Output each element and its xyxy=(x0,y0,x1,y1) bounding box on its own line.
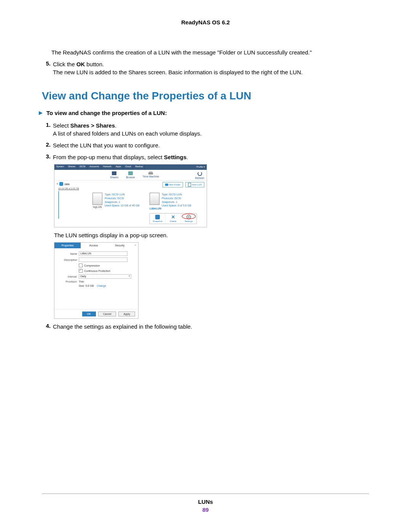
text: Click the xyxy=(53,61,76,67)
tab-shares[interactable]: Shares xyxy=(66,165,78,170)
page-header: ReadyNAS OS 6.2 xyxy=(42,19,369,26)
volume-label[interactable]: ▾ data xyxy=(57,182,70,186)
meta-line: Snapshots: 1 xyxy=(162,200,191,204)
row-size: Size: 5.0 GB Change xyxy=(58,284,134,287)
chevron-down-icon: ▾ xyxy=(57,182,58,185)
paragraph-confirm: The ReadyNAS confirms the creation of a … xyxy=(51,48,369,56)
lun-icon xyxy=(92,193,102,205)
step-body: Change the settings as explained in the … xyxy=(53,323,369,331)
step-body: Select Shares > Shares. A list of shared… xyxy=(53,121,369,137)
new-folder-button[interactable]: New Folder xyxy=(162,182,183,187)
delete-icon: ✕ xyxy=(171,215,175,219)
checkbox-continuous[interactable]: Continuous Protection xyxy=(79,269,134,273)
svg-marker-0 xyxy=(39,111,43,115)
tab-network[interactable]: Network xyxy=(101,165,114,170)
refresh-icon xyxy=(198,171,202,176)
size-change-link[interactable]: Change xyxy=(97,284,106,287)
label: Continuous Protection xyxy=(84,270,110,272)
step-4: 4. Change the settings as explained in t… xyxy=(40,323,369,331)
lun-biglun[interactable]: bigLUN Type: iSCSI LUN Protocols: iSCSI … xyxy=(92,193,139,208)
tab-security[interactable]: Security xyxy=(107,243,133,248)
nav-tabs: System Shares iSCSI Accounts Network App… xyxy=(54,165,207,170)
toolbar-shares[interactable]: Shares xyxy=(110,171,118,179)
checkbox-compression[interactable]: Compression xyxy=(79,264,134,267)
popup-settings[interactable]: Settings xyxy=(181,214,196,224)
new-lun-button[interactable]: New LUN xyxy=(185,182,204,187)
tab-properties[interactable]: Properties xyxy=(54,243,81,248)
meta-line: Used Space: 10 GB of 40 GB xyxy=(105,204,139,208)
volume-capacity: 10.19 GB of 2.01 TB xyxy=(58,187,79,190)
label: Compression xyxy=(84,264,100,267)
document-page: ReadyNAS OS 6.2 The ReadyNAS confirms th… xyxy=(0,0,411,532)
step-number: 2. xyxy=(40,141,53,148)
tab-cloud[interactable]: Cloud xyxy=(123,165,134,170)
lun-meta: Type: iSCSI LUN Protocols: iSCSI Snapsho… xyxy=(105,193,139,208)
step-body: From the pop-up menu that displays, sele… xyxy=(53,153,369,161)
text: . xyxy=(186,154,188,160)
volume-bar xyxy=(58,191,59,219)
text: Select xyxy=(53,122,70,129)
label-provision: Provision: xyxy=(58,280,79,283)
tab-accounts[interactable]: Accounts xyxy=(88,165,101,170)
tab-backup[interactable]: Backup xyxy=(133,165,145,170)
tab-access[interactable]: Access xyxy=(81,243,107,248)
row-description: Description xyxy=(58,257,134,262)
arrow-icon xyxy=(39,111,44,115)
meta-line: Snapshots: 1 xyxy=(105,200,139,204)
row-interval: Interval: Daily xyxy=(58,274,134,279)
toolbar-browse[interactable]: Browse xyxy=(126,171,135,179)
tab-apps[interactable]: Apps xyxy=(114,165,123,170)
label-name: Name xyxy=(58,252,79,255)
input-description[interactable] xyxy=(79,257,127,262)
bold-path: Shares > Shares xyxy=(70,122,115,129)
lun-meta: Type: iSCSI LUN Protocols: iSCSI Snapsho… xyxy=(162,193,191,208)
label: Time Machine xyxy=(143,175,159,178)
dialog-tabs: Properties Access Security × xyxy=(54,243,138,248)
step-number: 3. xyxy=(40,153,53,160)
browse-icon xyxy=(128,171,133,175)
step-number: 1. xyxy=(40,121,53,128)
text: The new LUN is added to the Shares scree… xyxy=(53,69,303,75)
snapshot-icon xyxy=(155,215,160,219)
step-body: Click the OK button. The new LUN is adde… xyxy=(53,60,369,76)
shares-body: ▾ data 10.19 GB of 2.01 TB New Folder Ne… xyxy=(54,181,207,227)
folder-icon xyxy=(112,171,116,175)
bold-settings: Settings xyxy=(164,154,186,160)
apply-button[interactable]: Apply xyxy=(118,312,135,316)
dialog-buttons: OK Cancel Apply xyxy=(54,309,138,318)
size-value: Size: 5.0 GB xyxy=(79,284,94,287)
footer-label: LUNs xyxy=(42,498,369,505)
procedure-heading: To view and change the properties of a L… xyxy=(39,110,369,116)
close-icon[interactable]: × xyxy=(133,243,138,248)
gear-icon xyxy=(186,215,191,219)
popup-delete[interactable]: ✕Delete xyxy=(166,214,181,224)
folder-icon xyxy=(165,184,168,186)
checkbox-icon xyxy=(79,269,83,273)
lun-littlelun[interactable]: Type: iSCSI LUN Protocols: iSCSI Snapsho… xyxy=(150,193,191,208)
tab-system[interactable]: System xyxy=(54,165,66,170)
step-5: 5. Click the OK button. The new LUN is a… xyxy=(40,60,369,76)
bold-ok: OK xyxy=(76,61,85,67)
select-interval[interactable]: Daily xyxy=(79,274,131,279)
popup-snapshot[interactable]: Snapshot xyxy=(150,214,166,224)
step-body: Select the LUN that you want to configur… xyxy=(53,141,369,149)
cancel-button[interactable]: Cancel xyxy=(98,312,116,316)
label: Refresh xyxy=(195,177,204,179)
text: . xyxy=(115,122,116,129)
toolbar-timemachine[interactable]: Time Machine xyxy=(143,171,159,179)
row-provision: Provision: Thin xyxy=(58,280,134,283)
ok-button[interactable]: OK xyxy=(82,312,96,316)
input-name[interactable]: LittleLUN xyxy=(79,251,127,256)
label: Snapshot xyxy=(153,220,162,222)
tab-iscsi[interactable]: iSCSI xyxy=(78,165,88,170)
profile-menu[interactable]: Profile ▾ xyxy=(194,165,207,170)
toolbar-refresh[interactable]: Refresh xyxy=(195,171,204,179)
screenshot-lun-settings-dialog: Properties Access Security × Name Little… xyxy=(54,242,139,319)
spacer xyxy=(145,165,194,170)
footer-page-number: 89 xyxy=(42,506,369,513)
procedure-title: To view and change the properties of a L… xyxy=(46,110,167,116)
meta-line: Used Space: 0 of 5.0 GB xyxy=(162,204,191,208)
step-number: 4. xyxy=(40,323,53,329)
step-3: 3. From the pop-up menu that displays, s… xyxy=(40,153,369,161)
lun-icon xyxy=(188,183,191,187)
